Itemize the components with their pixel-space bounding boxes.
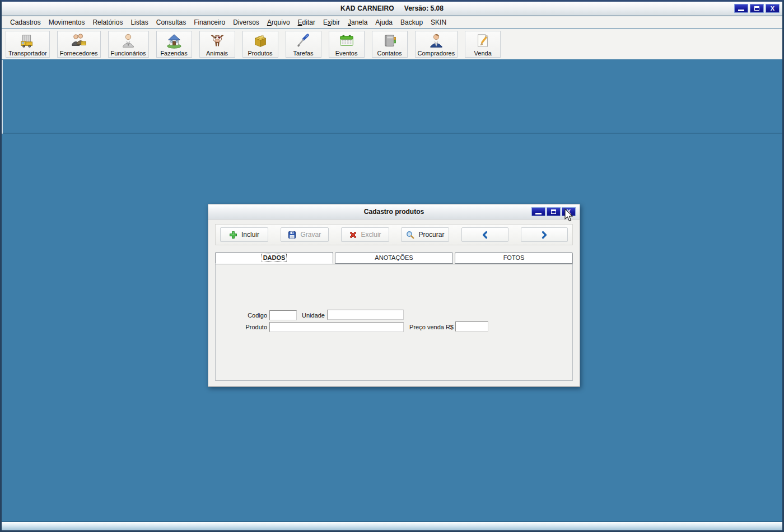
app-version: Versão: 5.08 bbox=[404, 4, 444, 12]
dialog-maximize-button[interactable] bbox=[547, 207, 561, 216]
farm-house-icon bbox=[166, 32, 183, 49]
menu-janela[interactable]: Janela bbox=[344, 17, 371, 28]
tab-fotos[interactable]: FOTOS bbox=[455, 252, 573, 264]
close-button[interactable]: X bbox=[766, 4, 780, 13]
main-window-controls: X bbox=[734, 4, 780, 13]
toolbar-funcionarios-label: Funcionários bbox=[111, 50, 146, 57]
menu-exibir[interactable]: Exibir bbox=[319, 17, 344, 28]
toolbar-eventos-label: Eventos bbox=[335, 50, 358, 57]
mdi-left-border bbox=[2, 60, 3, 134]
toolbar-venda-button[interactable]: Venda bbox=[465, 31, 501, 58]
close-icon: X bbox=[771, 6, 774, 12]
tab-anotacoes-label: ANOTAÇÕES bbox=[375, 254, 413, 261]
produto-label: Produto bbox=[232, 324, 267, 330]
maximize-icon bbox=[754, 6, 759, 11]
toolbar-produtos-button[interactable]: Produtos bbox=[242, 31, 278, 58]
toolbar-contatos-label: Contatos bbox=[377, 50, 402, 57]
cow-icon bbox=[209, 32, 226, 49]
menu-consultas[interactable]: Consultas bbox=[152, 17, 190, 28]
dialog-minimize-icon bbox=[535, 213, 542, 214]
codigo-input[interactable] bbox=[269, 310, 297, 320]
preco-venda-input[interactable] bbox=[455, 321, 488, 332]
toolbar-venda-label: Venda bbox=[474, 50, 492, 57]
produto-input[interactable] bbox=[269, 322, 404, 332]
tab-anotacoes[interactable]: ANOTAÇÕES bbox=[335, 252, 453, 264]
screwdriver-icon bbox=[295, 32, 312, 49]
codigo-label: Codigo bbox=[236, 312, 267, 319]
toolbar-transportador-label: Transportador bbox=[8, 50, 47, 57]
procurar-button[interactable]: Procurar bbox=[401, 227, 449, 242]
toolbar-compradores-button[interactable]: Compradores bbox=[415, 31, 458, 58]
next-record-button[interactable] bbox=[521, 227, 568, 242]
toolbar-eventos-button[interactable]: Eventos bbox=[329, 31, 365, 58]
dialog-titlebar[interactable]: Cadastro produtos X bbox=[208, 204, 580, 220]
dialog-maximize-icon bbox=[551, 209, 556, 214]
previous-record-button[interactable] bbox=[461, 227, 508, 242]
menu-backup[interactable]: Backup bbox=[396, 17, 427, 28]
dialog-tabs: DADOS ANOTAÇÕES FOTOS bbox=[215, 252, 573, 264]
menu-movimentos[interactable]: Movimentos bbox=[45, 17, 89, 28]
truck-icon bbox=[19, 32, 36, 49]
address-book-icon bbox=[381, 32, 398, 49]
incluir-button[interactable]: Incluir bbox=[220, 227, 268, 242]
unidade-input[interactable] bbox=[327, 310, 404, 320]
dialog-minimize-button[interactable] bbox=[531, 207, 545, 216]
delete-x-icon bbox=[349, 231, 357, 239]
toolbar-produtos-label: Produtos bbox=[248, 50, 273, 57]
menu-listas[interactable]: Listas bbox=[127, 17, 152, 28]
menu-skin[interactable]: SKIN bbox=[427, 17, 450, 28]
menu-arquivo[interactable]: Arquivo bbox=[263, 17, 294, 28]
toolbar-funcionarios-button[interactable]: Funcionários bbox=[108, 31, 149, 58]
buyer-icon bbox=[428, 32, 445, 49]
employee-icon bbox=[120, 32, 137, 49]
menu-cadastros[interactable]: Cadastros bbox=[6, 17, 45, 28]
calendar-icon bbox=[338, 32, 355, 49]
mdi-divider-line bbox=[2, 133, 782, 134]
dialog-toolbar: Incluir Gravar Excluir bbox=[215, 224, 573, 245]
toolbar-fornecedores-button[interactable]: Fornecedores bbox=[57, 31, 101, 58]
toolbar-fornecedores-label: Fornecedores bbox=[60, 50, 98, 57]
toolbar-animais-button[interactable]: Animais bbox=[199, 31, 235, 58]
dados-tab-panel: Codigo Unidade Produto Preço venda R$ bbox=[215, 264, 573, 381]
mouse-cursor bbox=[564, 208, 575, 223]
gravar-button[interactable]: Gravar bbox=[281, 227, 329, 242]
dialog-title: Cadastro produtos bbox=[364, 208, 424, 216]
tab-dados-label: DADOS bbox=[262, 254, 287, 261]
gravar-label: Gravar bbox=[300, 231, 321, 239]
main-titlebar: KAD CARNEIRO Versão: 5.08 X bbox=[2, 2, 782, 16]
main-toolbar: Transportador Fornecedores Funcionários bbox=[2, 29, 782, 59]
toolbar-contatos-button[interactable]: Contatos bbox=[372, 31, 408, 58]
excluir-label: Excluir bbox=[361, 231, 381, 239]
toolbar-fazendas-label: Fazendas bbox=[160, 50, 187, 57]
toolbar-compradores-label: Compradores bbox=[418, 50, 455, 57]
status-bar bbox=[2, 521, 782, 530]
menu-diversos[interactable]: Diversos bbox=[229, 17, 263, 28]
toolbar-transportador-button[interactable]: Transportador bbox=[6, 31, 50, 58]
toolbar-animais-label: Animais bbox=[206, 50, 228, 57]
tab-dados[interactable]: DADOS bbox=[215, 252, 333, 264]
menu-financeiro[interactable]: Financeiro bbox=[190, 17, 229, 28]
menu-ajuda[interactable]: Ajuda bbox=[371, 17, 396, 28]
minimize-icon bbox=[738, 10, 744, 11]
tab-fotos-label: FOTOS bbox=[503, 254, 525, 261]
app-title: KAD CARNEIRO bbox=[340, 4, 394, 12]
excluir-button[interactable]: Excluir bbox=[341, 227, 389, 242]
menu-editar[interactable]: Editar bbox=[294, 17, 319, 28]
pencil-note-icon bbox=[474, 32, 491, 49]
maximize-button[interactable] bbox=[750, 4, 764, 13]
unidade-label: Unidade bbox=[295, 312, 325, 319]
toolbar-tarefas-button[interactable]: Tarefas bbox=[286, 31, 321, 58]
save-floppy-icon bbox=[288, 231, 296, 239]
menu-relatorios[interactable]: Relatórios bbox=[88, 17, 127, 28]
product-box-icon bbox=[252, 32, 269, 49]
preco-venda-label: Preço venda R$ bbox=[399, 324, 454, 330]
menubar: Cadastros Movimentos Relatórios Listas C… bbox=[2, 16, 782, 29]
application-window: KAD CARNEIRO Versão: 5.08 X Cadastros Mo… bbox=[0, 0, 784, 532]
suppliers-icon bbox=[71, 32, 87, 49]
incluir-label: Incluir bbox=[241, 231, 259, 239]
chevron-right-icon bbox=[540, 231, 548, 239]
chevron-left-icon bbox=[481, 231, 489, 239]
cadastro-produtos-window: Cadastro produtos X Incluir bbox=[208, 204, 580, 387]
minimize-button[interactable] bbox=[734, 4, 748, 13]
toolbar-fazendas-button[interactable]: Fazendas bbox=[156, 31, 192, 58]
